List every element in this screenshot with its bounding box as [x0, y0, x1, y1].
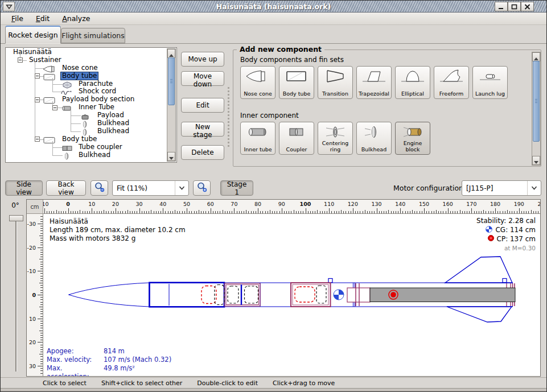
add-transition-button[interactable]: Transition — [318, 66, 353, 99]
tree-expander-icon[interactable] — [18, 57, 23, 63]
tree-item-bulkhead[interactable]: Bulkhead — [6, 119, 167, 127]
motor-configuration-select[interactable]: [J115-P] — [462, 180, 541, 196]
add-launch-lug-button[interactable]: Launch lug — [472, 66, 508, 99]
add-trapezoidal-button[interactable]: Trapezoidal — [356, 66, 392, 99]
tree-item-haisun-t[interactable]: Haisunäätä — [6, 48, 167, 56]
back-view-button[interactable]: Back view — [46, 180, 86, 196]
add-freeform-button[interactable]: Freeform — [434, 66, 469, 99]
scroll-up-button[interactable] — [167, 49, 175, 58]
tree-item-body-tube[interactable]: Body tube — [6, 72, 167, 80]
tree-expander-icon[interactable] — [52, 105, 57, 110]
menu-item-file[interactable]: File — [5, 13, 30, 24]
add-centering-ring-button[interactable]: Centering ring — [318, 122, 353, 155]
delete-button[interactable]: Delete — [181, 145, 224, 160]
motor-configuration-label: Motor configuration: — [393, 184, 466, 192]
tree-item-nose-cone[interactable]: Nose cone — [6, 64, 167, 72]
h-ruler-label: 140 — [395, 201, 405, 207]
app-window: Haisunäätä (haisunaata.ork) FileEditAnal… — [0, 0, 547, 392]
centering-ring-icon — [318, 123, 352, 141]
tree-item-label: Haisunäätä — [12, 48, 53, 56]
rocket-length: Length 189 cm, max. diameter 10.2 cm — [50, 226, 186, 234]
flight-stat-label: Max. velocity: — [47, 356, 104, 364]
zoom-in-button[interactable] — [193, 180, 211, 196]
tree-item-label: Shock cord — [77, 88, 117, 96]
tree-item-label: Payload — [96, 112, 125, 119]
h-ruler-label: 50 — [183, 201, 190, 207]
body-tube-icon — [279, 68, 314, 85]
add-coupler-button[interactable]: Coupler — [279, 122, 314, 155]
add-nose-cone-button[interactable]: Nose cone — [240, 66, 275, 99]
tree-item-label: Body tube — [61, 135, 98, 143]
launch-lug-icon — [473, 68, 507, 85]
vertical-ruler: -30-20-100102030 — [27, 214, 43, 376]
scroll-up-button[interactable] — [532, 52, 540, 61]
rocket-canvas[interactable]: Haisunäätä Length 189 cm, max. diameter … — [44, 214, 540, 376]
menu-bar: FileEditAnalyze — [1, 13, 546, 25]
menu-item-edit[interactable]: Edit — [30, 13, 56, 24]
scroll-down-button[interactable] — [532, 156, 540, 165]
minimize-button[interactable] — [495, 2, 508, 11]
side-view-button[interactable]: Side view — [5, 180, 43, 196]
scrollbar-thumb[interactable] — [533, 61, 540, 142]
stage-1-toggle[interactable]: Stage 1 — [220, 180, 253, 196]
launch-lug-aft — [503, 279, 507, 283]
scroll-down-button[interactable] — [167, 152, 175, 161]
tree-item-tube-coupler[interactable]: Tube coupler — [6, 143, 167, 151]
v-ruler-label: 0 — [32, 292, 36, 298]
motor-mount-outline — [347, 288, 370, 302]
cp-icon — [488, 235, 494, 244]
zoom-out-button[interactable] — [91, 180, 108, 196]
tree-expander-icon[interactable] — [35, 73, 40, 79]
tab-rocket-design[interactable]: Rocket design — [5, 26, 61, 44]
tree-item-inner-tube[interactable]: Inner Tube — [6, 104, 167, 112]
h-ruler-label: 70 — [231, 201, 237, 207]
tree-item-shock-cord[interactable]: Shock cord — [6, 88, 167, 96]
rotation-slider-handle[interactable] — [9, 215, 23, 221]
tree-item-bulkhead[interactable]: Bulkhead — [6, 151, 167, 159]
add-inner-tube-button[interactable]: Inner tube — [240, 122, 275, 155]
tree-item-bulkhead[interactable]: Bulkhead — [6, 127, 167, 135]
tree-item-payload[interactable]: Payload — [6, 112, 167, 119]
cg-marker — [334, 290, 344, 300]
tree-scrollbar[interactable] — [167, 48, 176, 162]
panel-scrollbar[interactable] — [532, 52, 541, 166]
scrollbar-thumb[interactable] — [168, 57, 175, 105]
add-engine-block-button[interactable]: Engine block — [395, 122, 430, 155]
component-tree[interactable]: HaisunäätäSustainerNose coneBody tubePar… — [6, 48, 167, 162]
add-elliptical-button[interactable]: Elliptical — [395, 66, 430, 99]
tab-flight-simulations[interactable]: Flight simulations — [61, 28, 125, 43]
add-component-panel: Add new component Body components and fi… — [233, 49, 541, 167]
tree-expander-icon[interactable] — [35, 97, 40, 102]
panel-splitter[interactable] — [228, 87, 229, 147]
tree-item-parachute[interactable]: Parachute — [6, 80, 167, 88]
tree-item-label: Parachute — [77, 80, 114, 88]
zoom-level-select[interactable]: Fit (11%) — [112, 180, 189, 196]
titlebar: Haisunäätä (haisunaata.ork) — [1, 1, 546, 13]
component-button-label: Engine block — [396, 141, 429, 152]
h-ruler-label: 170 — [466, 201, 476, 207]
maximize-button[interactable] — [508, 2, 521, 11]
add-body-tube-button[interactable]: Body tube — [279, 66, 314, 99]
tree-item-label: Inner Tube — [77, 104, 116, 112]
tree-shockcord-icon — [60, 88, 75, 95]
tree-item-label: Body tube — [61, 72, 98, 80]
edit-button[interactable]: Edit — [181, 98, 224, 113]
add-bulkhead-button[interactable]: Bulkhead — [356, 122, 392, 155]
close-button[interactable] — [521, 2, 534, 11]
tree-item-sustainer[interactable]: Sustainer — [6, 56, 167, 64]
status-hint: Click to select — [43, 379, 87, 387]
tree-payload-icon — [79, 112, 93, 119]
tree-item-body-tube[interactable]: Body tube — [6, 135, 167, 143]
tree-item-label: Bulkhead — [96, 119, 130, 127]
new-stage-button[interactable]: New stage — [181, 122, 224, 137]
menu-item-analyze[interactable]: Analyze — [56, 13, 96, 24]
zoom-in-icon — [196, 181, 208, 195]
move-up-button[interactable]: Move up — [181, 52, 224, 67]
move-down-button[interactable]: Move down — [181, 71, 224, 86]
flight-stat-value: 107 m/s (Mach 0.32) — [104, 356, 171, 364]
h-ruler-label: 20 — [112, 201, 119, 207]
transition-icon — [318, 68, 352, 85]
tree-expander-icon[interactable] — [35, 137, 40, 142]
nose-cone-outline — [69, 283, 150, 307]
tree-item-payload-body-section[interactable]: Payload body section — [6, 96, 167, 104]
